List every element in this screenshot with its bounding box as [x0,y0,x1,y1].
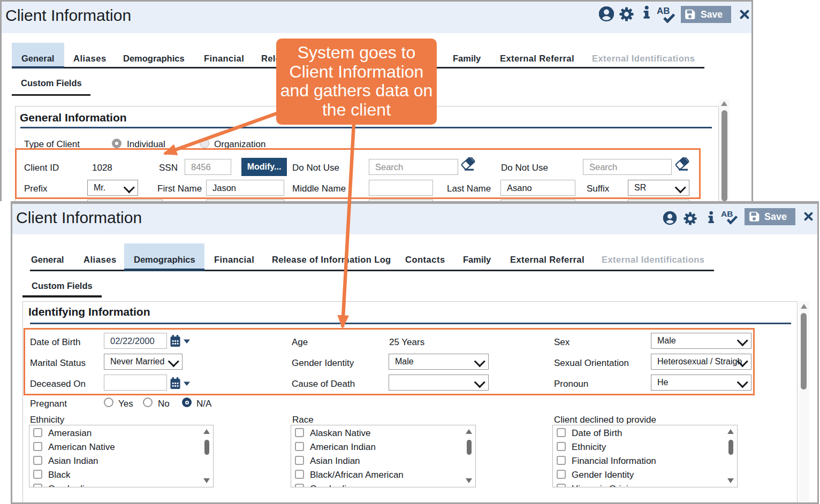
svg-text:AB: AB [657,6,670,16]
svg-text:AB: AB [721,209,733,218]
